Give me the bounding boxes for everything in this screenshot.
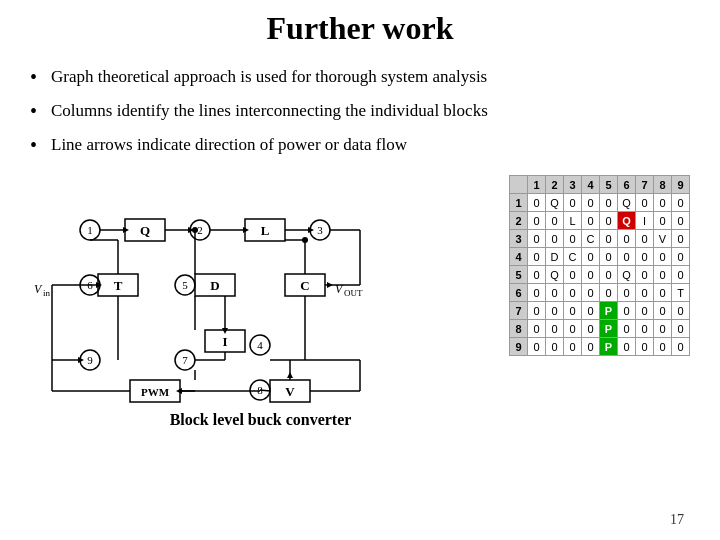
bullet-text-2: Columns identify the lines interconnecti… <box>51 99 488 123</box>
page-title: Further work <box>30 10 690 47</box>
svg-text:V: V <box>285 384 295 399</box>
bullet-list: • Graph theoretical approach is used for… <box>30 65 690 157</box>
matrix-col-header-6: 6 <box>618 176 636 194</box>
matrix-row-5: 50Q000Q000 <box>510 266 690 284</box>
matrix-cell-5-3: 0 <box>582 284 600 302</box>
matrix-row-2: 200L00QI00 <box>510 212 690 230</box>
bullet-item-3: • Line arrows indicate direction of powe… <box>30 133 690 157</box>
matrix-cell-1-4: 0 <box>600 212 618 230</box>
matrix-cell-3-3: 0 <box>582 248 600 266</box>
matrix-cell-0-0: 0 <box>528 194 546 212</box>
matrix-cell-6-3: 0 <box>582 302 600 320</box>
matrix-cell-2-0: 0 <box>528 230 546 248</box>
svg-marker-47 <box>308 227 314 233</box>
svg-text:5: 5 <box>182 279 188 291</box>
svg-marker-45 <box>243 227 249 233</box>
matrix-cell-4-6: 0 <box>636 266 654 284</box>
matrix-cell-7-0: 0 <box>528 320 546 338</box>
svg-line-67 <box>260 390 270 391</box>
matrix-cell-2-8: 0 <box>672 230 690 248</box>
matrix-row-label-3: 3 <box>510 230 528 248</box>
matrix-row-label-7: 7 <box>510 302 528 320</box>
matrix-cell-8-6: 0 <box>636 338 654 356</box>
svg-marker-41 <box>123 227 129 233</box>
bullet-item-2: • Columns identify the lines interconnec… <box>30 99 690 123</box>
matrix-cell-4-5: Q <box>618 266 636 284</box>
matrix-cell-4-0: 0 <box>528 266 546 284</box>
matrix-cell-1-1: 0 <box>546 212 564 230</box>
matrix-col-header-8: 8 <box>654 176 672 194</box>
diagram-caption: Block level buck converter <box>30 411 491 429</box>
svg-text:T: T <box>114 278 123 293</box>
matrix-row-8: 80000P0000 <box>510 320 690 338</box>
matrix-cell-2-1: 0 <box>546 230 564 248</box>
matrix-cell-6-6: 0 <box>636 302 654 320</box>
svg-marker-76 <box>287 372 293 378</box>
bullet-item-1: • Graph theoretical approach is used for… <box>30 65 690 89</box>
matrix-cell-5-7: 0 <box>654 284 672 302</box>
matrix-col-header-5: 5 <box>600 176 618 194</box>
matrix-cell-3-6: 0 <box>636 248 654 266</box>
svg-text:I: I <box>222 334 227 349</box>
matrix-cell-6-5: 0 <box>618 302 636 320</box>
bullet-dot-3: • <box>30 133 37 157</box>
matrix-cell-0-6: 0 <box>636 194 654 212</box>
matrix-cell-2-6: 0 <box>636 230 654 248</box>
matrix-cell-8-8: 0 <box>672 338 690 356</box>
bullet-text-3: Line arrows indicate direction of power … <box>51 133 407 157</box>
matrix-cell-7-6: 0 <box>636 320 654 338</box>
matrix-cell-3-2: C <box>564 248 582 266</box>
matrix-area: 12345678910Q000Q000200L00QI003000C000V04… <box>509 175 690 356</box>
matrix-cell-1-8: 0 <box>672 212 690 230</box>
matrix-cell-1-6: I <box>636 212 654 230</box>
matrix-row-3: 3000C000V0 <box>510 230 690 248</box>
matrix-col-header-1: 1 <box>528 176 546 194</box>
matrix-cell-7-1: 0 <box>546 320 564 338</box>
matrix-col-header-4: 4 <box>582 176 600 194</box>
matrix-cell-8-0: 0 <box>528 338 546 356</box>
svg-text:PWM: PWM <box>141 386 170 398</box>
matrix-cell-0-2: 0 <box>564 194 582 212</box>
svg-text:2: 2 <box>197 224 203 236</box>
matrix-cell-7-4: P <box>600 320 618 338</box>
svg-text:L: L <box>261 223 270 238</box>
matrix-cell-4-2: 0 <box>564 266 582 284</box>
bullet-dot-2: • <box>30 99 37 123</box>
matrix-cell-6-1: 0 <box>546 302 564 320</box>
matrix-cell-0-3: 0 <box>582 194 600 212</box>
matrix-col-header-7: 7 <box>636 176 654 194</box>
matrix-cell-5-0: 0 <box>528 284 546 302</box>
matrix-cell-1-5: Q <box>618 212 636 230</box>
svg-text:1: 1 <box>87 224 93 236</box>
matrix-cell-2-5: 0 <box>618 230 636 248</box>
matrix-cell-4-1: Q <box>546 266 564 284</box>
matrix-cell-8-1: 0 <box>546 338 564 356</box>
matrix-cell-5-2: 0 <box>564 284 582 302</box>
matrix-cell-7-7: 0 <box>654 320 672 338</box>
matrix-cell-7-8: 0 <box>672 320 690 338</box>
matrix-cell-3-5: 0 <box>618 248 636 266</box>
svg-text:OUT: OUT <box>344 288 363 298</box>
matrix-cell-6-2: 0 <box>564 302 582 320</box>
bullet-text-1: Graph theoretical approach is used for t… <box>51 65 487 89</box>
matrix-row-7: 70000P0000 <box>510 302 690 320</box>
circuit-diagram: 1 2 3 6 5 4 9 <box>30 175 370 405</box>
svg-text:V: V <box>335 282 344 296</box>
matrix-cell-0-1: Q <box>546 194 564 212</box>
matrix-row-4: 40DC000000 <box>510 248 690 266</box>
matrix-cell-5-1: 0 <box>546 284 564 302</box>
matrix-cell-0-4: 0 <box>600 194 618 212</box>
diagram-area: 1 2 3 6 5 4 9 <box>30 175 491 429</box>
page: Further work • Graph theoretical approac… <box>0 0 720 540</box>
svg-marker-51 <box>327 282 333 288</box>
matrix-cell-3-1: D <box>546 248 564 266</box>
matrix-cell-1-2: L <box>564 212 582 230</box>
matrix-cell-5-4: 0 <box>600 284 618 302</box>
matrix-cell-3-0: 0 <box>528 248 546 266</box>
svg-point-80 <box>192 227 198 233</box>
matrix-cell-8-4: P <box>600 338 618 356</box>
matrix-cell-8-2: 0 <box>564 338 582 356</box>
matrix-cell-2-3: C <box>582 230 600 248</box>
matrix-cell-0-8: 0 <box>672 194 690 212</box>
matrix-cell-1-0: 0 <box>528 212 546 230</box>
